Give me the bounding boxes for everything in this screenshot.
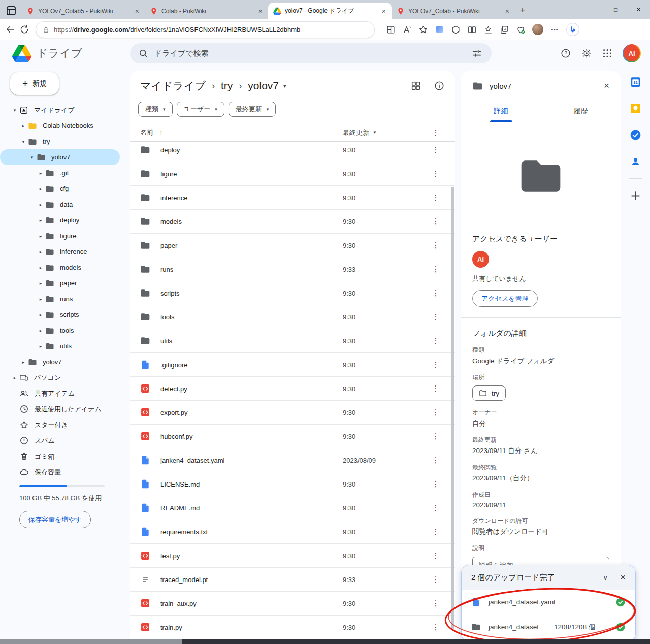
more-vertical-icon[interactable]: ⋮ [427,527,445,536]
tab-close-icon[interactable]: × [504,7,511,15]
tree-item-figure[interactable]: ▸figure [0,228,120,244]
caret-right-icon[interactable]: ▸ [19,360,28,365]
breadcrumb-try[interactable]: try [221,80,233,92]
file-row[interactable]: hubconf.py9:30⋮ [130,425,455,448]
tree-item-deploy[interactable]: ▸deploy [0,212,120,228]
tab-close-icon[interactable]: × [380,7,387,15]
contacts-icon[interactable] [629,155,642,168]
caret-right-icon[interactable]: ▸ [19,123,28,128]
file-row[interactable]: inference9:30⋮ [130,186,455,210]
search-options-icon[interactable] [471,48,482,59]
tree-item-マイドライブ[interactable]: ▾マイドライブ [0,102,120,118]
tree-item-tools[interactable]: ▸tools [0,323,120,338]
sidebar-item-ゴミ箱[interactable]: ゴミ箱 [0,448,130,464]
more-vertical-icon[interactable]: ⋮ [427,456,445,465]
caret-down-icon[interactable]: ▾ [10,108,19,113]
caret-right-icon[interactable]: ▸ [10,375,19,380]
file-row[interactable]: traced_model.pt9:33⋮ [130,568,455,592]
buy-storage-button[interactable]: 保存容量を増やす [19,511,91,528]
tree-item-inference[interactable]: ▸inference [0,244,120,260]
tree-item-パソコン[interactable]: ▸パソコン [0,370,120,385]
new-button[interactable]: + 新規 [10,72,59,95]
more-vertical-icon[interactable]: ⋮ [427,241,445,250]
filter-chip[interactable]: 最終更新▾ [229,102,276,117]
file-row[interactable]: paper9:30⋮ [130,234,455,257]
caret-down-icon[interactable]: ▾ [27,155,37,160]
caret-right-icon[interactable]: ▸ [36,249,45,254]
tree-item-cfg[interactable]: ▸cfg [0,181,120,197]
maximize-button[interactable]: □ [604,0,627,19]
apps-grid-icon[interactable] [602,48,613,59]
workspaces-icon[interactable] [386,25,396,35]
scrollbar-thumb[interactable] [451,187,454,630]
more-vertical-icon[interactable]: ⋮ [427,599,445,608]
file-row[interactable]: janken4_dataset.yaml2023/08/09⋮ [130,448,455,472]
tree-item-.git[interactable]: ▸.git [0,165,120,181]
file-row[interactable]: detect.py9:30⋮ [130,377,455,401]
tree-item-scripts[interactable]: ▸scripts [0,307,120,323]
split-screen-icon[interactable] [467,25,477,35]
filter-chip[interactable]: ユーザー▾ [177,102,224,117]
calendar-icon[interactable]: 31 [629,76,642,88]
more-vertical-icon[interactable]: ⋮ [427,288,445,298]
caret-right-icon[interactable]: ▸ [36,202,45,207]
file-row[interactable]: train.py9:30⋮ [130,616,455,639]
add-addon-icon[interactable] [629,189,642,202]
profile-avatar[interactable] [532,24,543,35]
refresh-icon[interactable] [19,24,29,35]
caret-right-icon[interactable]: ▸ [36,186,45,191]
sidebar-item-最近使用したアイテム[interactable]: 最近使用したアイテム [0,401,130,417]
tree-item-utils[interactable]: ▸utils [0,338,120,354]
caret-right-icon[interactable]: ▸ [36,297,45,302]
settings-more-icon[interactable]: ⋯ [550,25,560,35]
browser-essentials-icon[interactable] [516,25,526,35]
back-icon[interactable] [5,24,15,35]
file-row[interactable]: .gitignore9:30⋮ [130,353,455,377]
filter-chip[interactable]: 種類▾ [138,102,173,117]
sort-asc-icon[interactable]: ↑ [159,128,163,136]
owner-avatar[interactable]: AI [472,251,489,268]
more-vertical-icon[interactable]: ⋮ [427,217,445,226]
caret-right-icon[interactable]: ▸ [36,218,45,223]
file-row[interactable]: requirements.txt9:30⋮ [130,520,455,544]
new-tab-button[interactable]: + [520,5,525,15]
tree-item-yolov7[interactable]: ▾yolov7 [0,149,120,165]
more-vertical-icon[interactable]: ⋮ [427,145,445,154]
sidebar-item-スター付き[interactable]: スター付き [0,417,130,433]
upload-item[interactable]: janken4_dataset.yaml [462,590,635,615]
sidebar-item-スパム[interactable]: スパム [0,433,130,448]
grid-view-icon[interactable] [410,80,421,91]
caret-right-icon[interactable]: ▸ [36,234,45,239]
file-row[interactable]: runs9:33⋮ [130,257,455,281]
breadcrumb-yolov7[interactable]: yolov7 [248,80,279,92]
more-vertical-icon[interactable]: ⋮ [427,312,445,321]
keep-icon[interactable] [629,102,642,115]
more-vertical-icon[interactable]: ⋮ [427,360,445,369]
tasks-icon[interactable] [629,128,642,141]
file-row[interactable]: figure9:30⋮ [130,162,455,186]
drive-search-bar[interactable]: ドライブで検索 [130,43,492,63]
tab-actions-icon[interactable] [5,5,17,17]
tree-item-models[interactable]: ▸models [0,260,120,275]
account-avatar[interactable]: AI [623,44,641,62]
breadcrumb-caret-icon[interactable]: ▾ [283,83,286,89]
tree-item-try[interactable]: ▾try [0,134,120,149]
browser-tab[interactable]: YOLOv7_Colab - PukiWiki× [392,3,515,19]
more-vertical-icon[interactable]: ⋮ [427,479,445,489]
minimize-button[interactable]: — [581,0,604,19]
close-window-button[interactable]: × [627,0,650,19]
file-row[interactable]: deploy9:30⋮ [130,142,455,162]
upload-item[interactable]: janken4_dataset1208/1208 個 [462,615,635,639]
file-row[interactable]: test.py9:30⋮ [130,544,455,568]
file-row[interactable]: LICENSE.md9:30⋮ [130,472,455,496]
caret-down-icon[interactable]: ▾ [19,139,28,144]
more-vertical-icon[interactable]: ⋮ [427,408,445,417]
more-vertical-icon[interactable]: ⋮ [427,503,445,512]
caret-right-icon[interactable]: ▸ [36,171,45,176]
tab-details[interactable]: 詳細 [461,101,541,122]
location-chip[interactable]: try [472,385,506,401]
browser-tab[interactable]: YOLOv7_Colab5 - PukiWiki× [21,3,145,19]
tab-history[interactable]: 履歴 [541,101,621,122]
tab-close-icon[interactable]: × [257,7,264,15]
more-vertical-icon[interactable]: ⋮ [427,336,445,345]
